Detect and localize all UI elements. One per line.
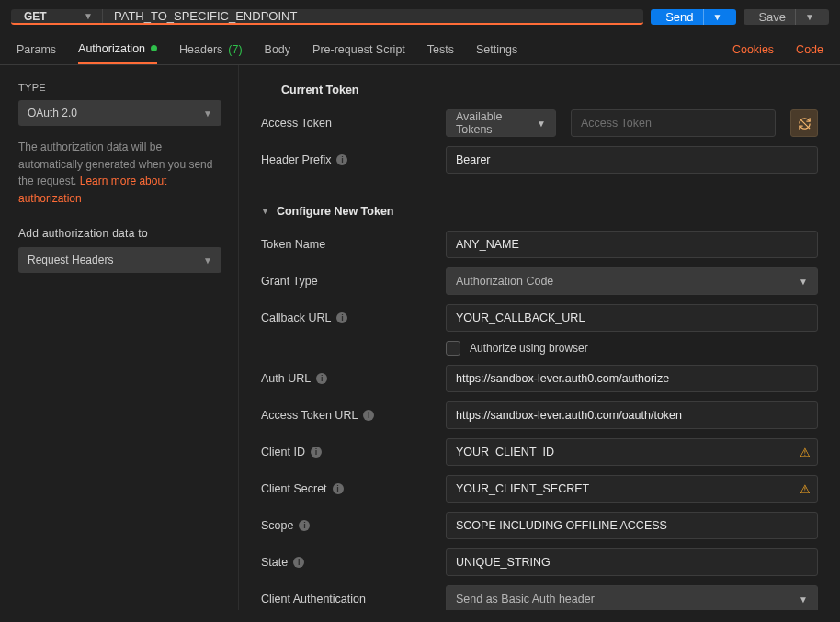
chevron-down-icon: ▼ (203, 255, 212, 266)
tab-tests[interactable]: Tests (427, 34, 454, 64)
configure-new-token-title[interactable]: ▼ Configure New Token (261, 205, 818, 218)
available-tokens-select[interactable]: Available Tokens ▼ (446, 109, 556, 137)
client-id-input[interactable] (446, 438, 818, 466)
info-icon: i (336, 154, 347, 165)
label-text: Callback URL (261, 311, 331, 324)
url-group: GET ▼ (11, 9, 643, 25)
tab-label: Settings (476, 43, 517, 56)
tab-settings[interactable]: Settings (476, 34, 517, 64)
access-token-input[interactable] (571, 109, 776, 137)
scope-input[interactable] (446, 512, 818, 539)
add-data-value: Request Headers (28, 254, 113, 266)
save-button[interactable]: Save ▼ (744, 9, 829, 25)
auth-body: TYPE OAuth 2.0 ▼ The authorization data … (0, 65, 840, 610)
label-text: Access Token URL (261, 409, 358, 422)
current-token-title: Current Token (281, 84, 818, 96)
cookies-link[interactable]: Cookies (732, 43, 774, 56)
callback-url-input[interactable] (446, 304, 818, 332)
info-icon: i (333, 483, 344, 494)
auth-url-input[interactable] (446, 365, 818, 392)
section-title-text: Configure New Token (277, 205, 394, 218)
warning-icon: ⚠ (800, 482, 811, 496)
add-data-label: Add authorization data to (18, 227, 221, 240)
state-input[interactable] (446, 548, 818, 576)
select-value: Authorization Code (456, 275, 553, 288)
tab-label: Body (265, 43, 291, 56)
tab-authorization[interactable]: Authorization (78, 34, 157, 64)
chevron-down-icon[interactable]: ▼ (703, 9, 722, 25)
select-value: Available Tokens (456, 110, 537, 136)
client-secret-input[interactable] (446, 475, 818, 503)
client-secret-label: Client Secret i (261, 482, 431, 495)
chevron-down-icon: ▼ (799, 594, 808, 605)
checkbox-label: Authorize using browser (470, 342, 588, 355)
token-name-input[interactable] (446, 231, 818, 258)
grant-type-select[interactable]: Authorization Code ▼ (446, 267, 818, 295)
type-label: TYPE (18, 82, 221, 93)
checkbox-icon (446, 341, 460, 356)
label-text: Auth URL (261, 372, 311, 385)
tab-label: Pre-request Script (312, 43, 405, 56)
http-method-select[interactable]: GET ▼ (11, 9, 103, 23)
tab-label: Authorization (78, 42, 145, 55)
tab-label: Params (17, 43, 56, 56)
scope-label: Scope i (261, 519, 431, 532)
send-button[interactable]: Send ▼ (651, 9, 736, 25)
auth-type-select[interactable]: OAuth 2.0 ▼ (18, 100, 221, 126)
token-name-label: Token Name (261, 238, 431, 251)
callback-url-label: Callback URL i (261, 311, 431, 324)
tab-body[interactable]: Body (265, 34, 291, 64)
label-text: Header Prefix (261, 153, 331, 166)
header-prefix-input[interactable] (446, 146, 818, 174)
client-id-label: Client ID i (261, 446, 431, 458)
tab-params[interactable]: Params (17, 34, 56, 64)
save-button-label: Save (758, 10, 786, 24)
auth-url-label: Auth URL i (261, 372, 431, 385)
info-icon: i (293, 557, 304, 568)
client-auth-select[interactable]: Send as Basic Auth header ▼ (446, 585, 818, 610)
client-auth-label: Client Authentication (261, 593, 431, 605)
chevron-down-icon: ▼ (537, 119, 546, 129)
code-link[interactable]: Code (796, 43, 823, 56)
label-text: Client Secret (261, 482, 327, 495)
auth-sidebar: TYPE OAuth 2.0 ▼ The authorization data … (0, 65, 239, 610)
tab-headers[interactable]: Headers (7) (179, 34, 243, 64)
grant-type-label: Grant Type (261, 275, 431, 288)
access-token-url-label: Access Token URL i (261, 409, 431, 422)
chevron-down-icon: ▼ (799, 277, 808, 287)
info-icon: i (299, 520, 310, 531)
label-text: Access Token (261, 117, 332, 130)
chevron-down-icon: ▼ (84, 11, 93, 21)
authorize-browser-checkbox[interactable]: Authorize using browser (446, 341, 588, 356)
label-text: Client ID (261, 446, 305, 458)
triangle-down-icon: ▼ (261, 207, 269, 216)
tab-label: Headers (179, 43, 222, 56)
warning-icon: ⚠ (800, 446, 811, 459)
access-token-url-input[interactable] (446, 401, 818, 429)
info-icon: i (363, 410, 374, 421)
chevron-down-icon: ▼ (203, 108, 212, 119)
select-value: Send as Basic Auth header (456, 593, 595, 605)
auth-main: Current Token Access Token Available Tok… (239, 65, 840, 610)
http-method-value: GET (24, 10, 47, 23)
info-icon: i (316, 373, 327, 384)
tab-label: Tests (427, 43, 454, 56)
state-label: State i (261, 556, 431, 569)
status-dot-icon (151, 45, 157, 51)
request-tabs: Params Authorization Headers (7) Body Pr… (0, 34, 840, 65)
info-icon: i (336, 312, 347, 323)
header-prefix-label: Header Prefix i (261, 153, 431, 166)
label-text: State (261, 556, 288, 569)
auth-help-text: The authorization data will be automatic… (18, 139, 221, 207)
auth-type-value: OAuth 2.0 (28, 107, 77, 119)
add-data-select[interactable]: Request Headers ▼ (18, 247, 221, 273)
info-icon: i (311, 447, 322, 458)
label-text: Scope (261, 519, 293, 532)
tab-prerequest[interactable]: Pre-request Script (312, 34, 405, 64)
request-url-input[interactable] (103, 9, 643, 23)
chevron-down-icon[interactable]: ▼ (795, 9, 814, 25)
request-url-bar: GET ▼ Send ▼ Save ▼ (0, 0, 840, 34)
access-token-label: Access Token (261, 117, 431, 130)
send-button-label: Send (665, 10, 693, 24)
sync-token-icon[interactable] (790, 109, 818, 137)
